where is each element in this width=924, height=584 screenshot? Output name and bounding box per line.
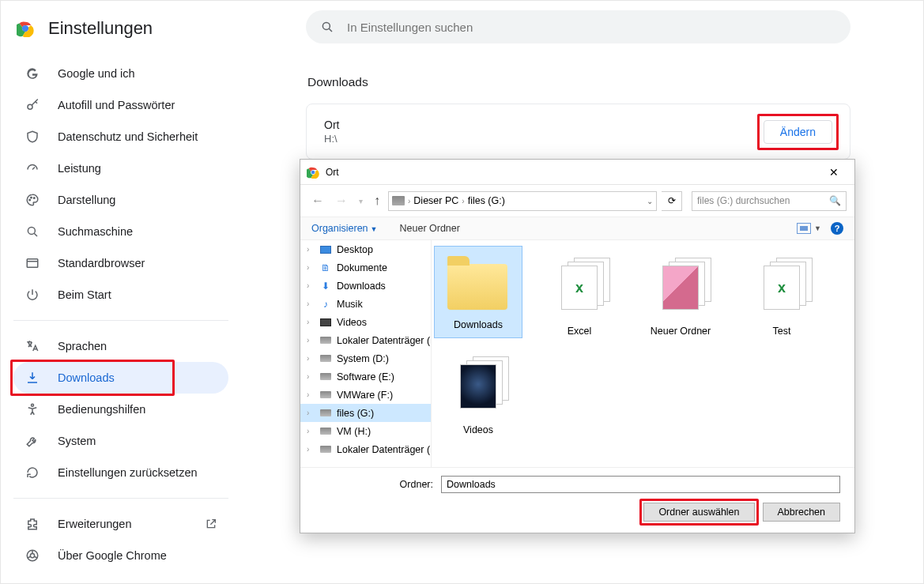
- tree-item-label: Lokaler Datenträger (: [337, 335, 430, 346]
- select-folder-button[interactable]: Ordner auswählen: [643, 503, 754, 522]
- tree-item-label: Dokumente: [337, 262, 387, 273]
- sidebar-item-label: Autofill und Passwörter: [58, 99, 175, 111]
- chevron-right-icon: ›: [408, 197, 410, 205]
- dialog-search[interactable]: files (G:) durchsuchen 🔍: [692, 191, 847, 211]
- sidebar-item-label: Suchmaschine: [58, 225, 133, 238]
- sidebar-item-languages[interactable]: Sprachen: [13, 330, 228, 362]
- refresh-icon[interactable]: ⟳: [662, 191, 682, 211]
- tree-item-label: System (D:): [337, 353, 389, 364]
- sidebar-item-system[interactable]: System: [13, 425, 228, 457]
- svg-point-6: [34, 198, 36, 199]
- tree-expand-icon[interactable]: ›: [307, 245, 315, 254]
- chevron-down-icon: ▼: [814, 224, 821, 232]
- tree-item[interactable]: ›Lokaler Datenträger (: [300, 331, 431, 349]
- chrome-logo-icon: [17, 20, 34, 37]
- search-icon: [25, 224, 40, 239]
- svg-point-4: [29, 199, 31, 201]
- tree-expand-icon[interactable]: ›: [307, 372, 315, 381]
- tree-item[interactable]: ›Videos: [300, 313, 431, 331]
- tree-item[interactable]: ›♪Musik: [300, 295, 431, 313]
- sidebar-item-search-engine[interactable]: Suchmaschine: [13, 216, 228, 247]
- view-mode-button[interactable]: ▼: [797, 223, 821, 234]
- file-tile[interactable]: Neuer Ordner: [637, 247, 724, 337]
- sidebar-item-reset[interactable]: Einstellungen zurücksetzen: [13, 457, 228, 488]
- file-tile[interactable]: xTest: [738, 247, 825, 337]
- key-icon: [25, 97, 40, 113]
- folder-field[interactable]: [441, 476, 840, 493]
- sidebar-item-downloads[interactable]: Downloads: [13, 362, 228, 394]
- cancel-button[interactable]: Abbrechen: [763, 503, 840, 522]
- nav-up-icon[interactable]: ↑: [371, 194, 383, 208]
- svg-point-7: [28, 227, 35, 234]
- file-tile[interactable]: Downloads: [435, 247, 522, 337]
- drive-icon: [319, 426, 332, 437]
- sidebar-item-google[interactable]: Google und ich: [13, 58, 228, 89]
- svg-point-3: [28, 104, 32, 109]
- tree-item[interactable]: ›System (D:): [300, 349, 431, 367]
- file-tile-label: Neuer Ordner: [651, 326, 711, 337]
- tree-expand-icon[interactable]: ›: [307, 445, 315, 454]
- tree-expand-icon[interactable]: ›: [307, 354, 315, 363]
- tree-expand-icon[interactable]: ›: [307, 409, 315, 417]
- chevron-down-icon[interactable]: ⌄: [647, 197, 653, 205]
- sidebar-item-extensions[interactable]: Erweiterungen: [13, 508, 228, 540]
- address-bar[interactable]: › Dieser PC › files (G:) ⌄: [388, 191, 657, 211]
- folder-preview-icon: x: [751, 258, 813, 321]
- organize-menu[interactable]: Organisieren▼: [311, 223, 378, 234]
- tree-expand-icon[interactable]: ›: [307, 390, 315, 399]
- svg-point-12: [322, 22, 330, 29]
- nav-forward-icon: →: [332, 194, 351, 208]
- sidebar-item-appearance[interactable]: Darstellung: [13, 184, 228, 216]
- new-folder-button[interactable]: Neuer Ordner: [400, 223, 460, 234]
- file-grid: DownloadsxExcelNeuer OrdnerxTestVideos: [432, 240, 854, 467]
- breadcrumb-item[interactable]: files (G:): [468, 195, 505, 206]
- nav-history-icon[interactable]: ▾: [356, 197, 366, 205]
- tree-item[interactable]: ›files (G:): [300, 404, 431, 422]
- sidebar-item-performance[interactable]: Leistung: [13, 153, 228, 184]
- file-tile-label: Excel: [568, 326, 592, 337]
- view-icon: [797, 223, 811, 234]
- tree-item[interactable]: ›VMWare (F:): [300, 386, 431, 404]
- file-tile[interactable]: Videos: [435, 345, 522, 436]
- tree-expand-icon[interactable]: ›: [307, 336, 315, 345]
- nav-back-icon[interactable]: ←: [308, 194, 327, 208]
- sidebar-item-autofill[interactable]: Autofill und Passwörter: [13, 89, 228, 121]
- settings-search[interactable]: [306, 10, 850, 43]
- tree-expand-icon[interactable]: ›: [307, 318, 315, 326]
- tree-item-label: Lokaler Datenträger (: [337, 444, 430, 455]
- breadcrumb-item[interactable]: Dieser PC: [413, 195, 458, 206]
- tree-expand-icon[interactable]: ›: [307, 281, 315, 290]
- sidebar-item-about[interactable]: Über Google Chrome: [13, 540, 228, 571]
- tree-item[interactable]: ›VM (H:): [300, 422, 431, 440]
- wrench-icon: [25, 433, 40, 449]
- accessibility-icon: [25, 401, 40, 417]
- sidebar-item-label: Standardbrowser: [58, 257, 145, 269]
- tree-item[interactable]: ›Lokaler Datenträger (: [300, 440, 431, 458]
- close-icon[interactable]: ✕: [820, 166, 848, 179]
- brand-title: Einstellungen: [48, 18, 153, 39]
- extension-icon: [25, 516, 40, 532]
- help-icon[interactable]: ?: [831, 222, 843, 235]
- drive-icon: [319, 408, 332, 419]
- drive-icon: [319, 390, 332, 401]
- tree-expand-icon[interactable]: ›: [307, 300, 315, 308]
- drive-icon: [319, 371, 332, 382]
- tree-item[interactable]: ›🗎Dokumente: [300, 258, 431, 277]
- sidebar-item-privacy[interactable]: Datenschutz und Sicherheit: [13, 121, 228, 153]
- sidebar-item-label: Bedienungshilfen: [58, 403, 145, 416]
- tree-expand-icon[interactable]: ›: [307, 263, 315, 272]
- folder-icon: [447, 251, 509, 315]
- tree-item[interactable]: ›Software (E:): [300, 367, 431, 386]
- tree-item[interactable]: ›Desktop: [300, 240, 431, 258]
- location-value: H:\: [324, 133, 339, 145]
- change-button[interactable]: Ändern: [764, 120, 832, 144]
- svg-point-5: [31, 197, 32, 198]
- settings-search-input[interactable]: [345, 20, 836, 35]
- sidebar-item-startup[interactable]: Beim Start: [13, 279, 228, 311]
- sidebar-item-default-browser[interactable]: Standardbrowser: [13, 247, 228, 279]
- tree-item[interactable]: ›⬇Downloads: [300, 277, 431, 295]
- tree-expand-icon[interactable]: ›: [307, 427, 315, 435]
- file-tile[interactable]: xExcel: [536, 247, 623, 337]
- sidebar-item-accessibility[interactable]: Bedienungshilfen: [13, 394, 228, 425]
- tree-item-label: VM (H:): [337, 426, 371, 437]
